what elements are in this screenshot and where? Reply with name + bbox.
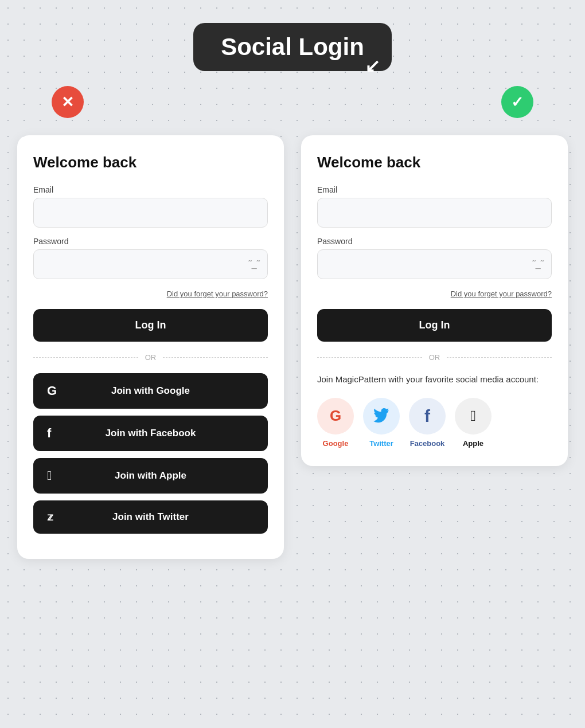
right-twitter-item[interactable]: Twitter — [363, 398, 400, 448]
right-card: Welcome back Email Password ˜_˜ Did you … — [301, 135, 568, 466]
right-symbol: ✓ — [511, 93, 524, 111]
left-google-button[interactable]: G Join with Google — [33, 373, 268, 409]
google-btn-icon: G — [47, 383, 68, 398]
wrong-symbol: ✕ — [61, 93, 74, 111]
wrong-badge: ✕ — [52, 86, 84, 118]
right-google-item[interactable]: G Google — [317, 398, 354, 448]
right-password-label: Password — [317, 237, 552, 246]
title-text: Social Login — [221, 33, 364, 61]
apple-btn-icon:  — [47, 468, 68, 483]
left-apple-button[interactable]:  Join with Apple — [33, 458, 268, 494]
right-twitter-label: Twitter — [369, 439, 393, 448]
right-forgot-link[interactable]: Did you forget your password? — [451, 289, 552, 298]
left-facebook-button[interactable]: f Join with Facebook — [33, 416, 268, 451]
left-google-label: Join with Google — [68, 385, 233, 397]
right-facebook-item[interactable]: f Facebook — [409, 398, 446, 448]
right-card-title: Welcome back — [317, 154, 552, 171]
social-icons-row: G Google Twitter f Facebook  — [317, 398, 552, 448]
right-social-description: Join MagicPattern with your favorite soc… — [317, 373, 552, 386]
left-forgot-link[interactable]: Did you forget your password? — [167, 289, 268, 298]
cursor-icon: ↙ — [365, 55, 380, 77]
left-card-title: Welcome back — [33, 154, 268, 171]
right-email-label: Email — [317, 185, 552, 194]
right-apple-icon:  — [455, 398, 492, 435]
right-password-input[interactable] — [317, 249, 552, 279]
left-divider-text: OR — [145, 353, 157, 362]
left-card: Welcome back Email Password ˜_˜ Did you … — [17, 135, 284, 559]
right-facebook-icon: f — [409, 398, 446, 435]
right-divider-text: OR — [429, 353, 440, 362]
left-login-button[interactable]: Log In — [33, 309, 268, 342]
right-google-icon: G — [317, 398, 354, 435]
left-password-label: Password — [33, 237, 268, 246]
title-pill: Social Login ↙ — [193, 23, 392, 71]
right-google-label: Google — [323, 439, 349, 448]
right-facebook-label: Facebook — [410, 439, 445, 448]
facebook-btn-icon: f — [47, 426, 68, 441]
right-twitter-icon — [363, 398, 400, 435]
right-apple-label: Apple — [463, 439, 483, 448]
left-apple-label: Join with Apple — [68, 470, 233, 482]
left-password-input[interactable] — [33, 249, 268, 279]
right-email-input[interactable] — [317, 198, 552, 228]
right-badge: ✓ — [501, 86, 533, 118]
right-login-button[interactable]: Log In — [317, 309, 552, 342]
left-twitter-button[interactable]: 𝕫 Join with Twitter — [33, 500, 268, 534]
left-twitter-label: Join with Twitter — [68, 511, 233, 523]
left-email-label: Email — [33, 185, 268, 194]
left-facebook-label: Join with Facebook — [68, 428, 233, 439]
right-eye-icon: ˜_˜ — [532, 259, 544, 269]
left-email-input[interactable] — [33, 198, 268, 228]
left-eye-icon: ˜_˜ — [248, 259, 260, 269]
twitter-btn-icon: 𝕫 — [47, 511, 68, 523]
right-apple-item[interactable]:  Apple — [455, 398, 492, 448]
